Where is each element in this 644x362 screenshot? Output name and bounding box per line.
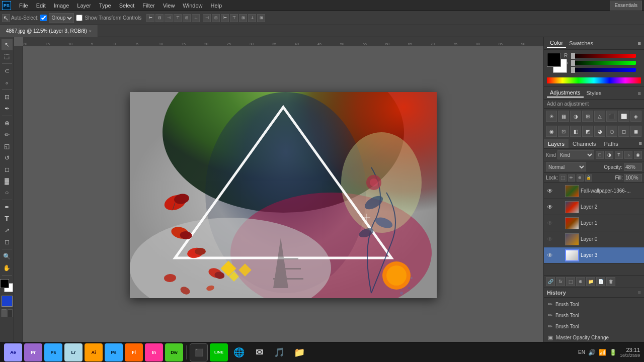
standard-mode-btn[interactable] xyxy=(2,309,7,317)
path-select-btn[interactable]: ↗ xyxy=(2,225,13,236)
show-transform-checkbox[interactable] xyxy=(76,15,83,21)
history-item-0[interactable]: ✏ Brush Tool xyxy=(544,299,644,310)
dist-h-icon[interactable]: ⊣ xyxy=(203,14,211,22)
lock-transparent-btn[interactable]: ⬚ xyxy=(559,174,567,182)
auto-select-checkbox[interactable] xyxy=(40,15,47,21)
colorbalance-adj-icon[interactable]: ⬜ xyxy=(618,111,629,122)
posterize-icon[interactable]: ◕ xyxy=(594,126,605,137)
align-left-icon[interactable]: ⊢ xyxy=(146,14,154,22)
vibrance-adj-icon[interactable]: △ xyxy=(594,111,605,122)
layer-kind-select[interactable]: Kind xyxy=(557,150,594,159)
taskbar-ps[interactable]: Ps xyxy=(44,343,62,361)
active-tab[interactable]: 4867.jpg @ 12.5% (Layer 3, RGB/8) × xyxy=(0,25,98,37)
type-btn[interactable]: T xyxy=(2,213,13,224)
filter-type-btn[interactable]: T xyxy=(615,151,623,159)
quick-mask-btn[interactable] xyxy=(2,296,13,307)
curves-adj-icon[interactable]: ◑ xyxy=(570,111,581,122)
color-lookup-icon[interactable]: ◧ xyxy=(570,126,581,137)
foreground-swatch[interactable] xyxy=(547,53,561,67)
align-bottom-icon[interactable]: ⊥ xyxy=(192,14,200,22)
crop-tool-btn[interactable]: ⊡ xyxy=(2,92,13,103)
align-middle-v-icon[interactable]: ⊞ xyxy=(183,14,191,22)
layers-panel-menu[interactable]: ≡ xyxy=(637,139,644,148)
layer-item-3[interactable]: 👁 Layer 3 xyxy=(544,247,644,263)
taskbar-black-box[interactable]: ⬛ xyxy=(190,343,208,361)
align-right-icon[interactable]: ⊣ xyxy=(165,14,173,22)
taskbar-ai[interactable]: Ai xyxy=(85,343,103,361)
history-brush-btn[interactable]: ↺ xyxy=(2,152,13,163)
fill-input[interactable] xyxy=(624,174,642,182)
menu-filter[interactable]: Filter xyxy=(138,2,158,10)
tab-channels[interactable]: Channels xyxy=(569,139,600,148)
layer-link-btn[interactable]: 🔗 xyxy=(546,277,555,286)
gradient-map-icon[interactable]: ◻ xyxy=(618,126,629,137)
menu-type[interactable]: Type xyxy=(95,2,115,10)
history-item-1[interactable]: ✏ Brush Tool xyxy=(544,310,644,321)
taskbar-music[interactable]: 🎵 xyxy=(270,343,288,361)
taskbar-chrome[interactable]: 🌐 xyxy=(230,343,248,361)
tab-paths[interactable]: Paths xyxy=(600,139,622,148)
r-slider[interactable] xyxy=(571,54,636,58)
bw-adj-icon[interactable]: ◈ xyxy=(630,111,641,122)
invert-icon[interactable]: ◩ xyxy=(582,126,593,137)
layer-new-btn[interactable]: 📄 xyxy=(596,277,605,286)
photoshop-canvas[interactable] xyxy=(130,92,437,298)
filter-shape-btn[interactable]: ⬦ xyxy=(624,151,632,159)
layer-item-0[interactable]: 👁 Layer 0 xyxy=(544,231,644,247)
tab-close-button[interactable]: × xyxy=(89,29,92,34)
menu-file[interactable]: File xyxy=(15,2,32,10)
lock-all-btn[interactable]: 🔒 xyxy=(585,174,592,182)
blend-mode-select[interactable]: Normal Multiply Screen xyxy=(546,162,586,171)
layer-adj-btn[interactable]: ⊕ xyxy=(576,277,585,286)
color-picker[interactable] xyxy=(0,279,14,293)
layer-item-fall[interactable]: 👁 Fall-wallpaper-1366-... xyxy=(544,183,644,199)
shape-btn[interactable]: ◻ xyxy=(2,236,13,247)
more-icon[interactable]: ⊞ xyxy=(257,14,265,22)
menu-help[interactable]: Help xyxy=(206,2,226,10)
taskbar-in[interactable]: In xyxy=(145,343,163,361)
taskbar-ae[interactable]: Ae xyxy=(4,343,22,361)
taskbar-dw[interactable]: Dw xyxy=(165,343,183,361)
eraser-btn[interactable]: ◻ xyxy=(2,164,13,175)
zoom-btn[interactable]: 🔍 xyxy=(2,251,13,262)
b-slider[interactable] xyxy=(571,68,636,72)
clone-stamp-btn[interactable]: ◱ xyxy=(2,141,13,152)
opacity-input[interactable] xyxy=(624,163,642,171)
tab-color[interactable]: Color xyxy=(547,39,566,48)
pen-btn[interactable]: ✒ xyxy=(2,202,13,213)
g-slider[interactable] xyxy=(571,61,636,65)
dist-center-h-icon[interactable]: ⊟ xyxy=(212,14,220,22)
taskbar-mail[interactable]: ✉ xyxy=(250,343,268,361)
layer-vis-0[interactable]: 👁 xyxy=(546,235,554,243)
quick-select-btn[interactable]: ⬦ xyxy=(2,77,13,88)
canvas-container[interactable] xyxy=(23,46,543,344)
brightness-adj-icon[interactable]: ☀ xyxy=(546,111,557,122)
tab-layers[interactable]: Layers xyxy=(544,139,569,148)
eyedropper-btn[interactable]: ✒ xyxy=(2,103,13,114)
taskbar-ps2[interactable]: Ps xyxy=(105,343,123,361)
history-item-3[interactable]: ▣ Master Opacity Change xyxy=(544,332,644,343)
dodge-btn[interactable]: ○ xyxy=(2,187,13,198)
dist-right-icon[interactable]: ⊢ xyxy=(221,14,229,22)
taskbar-pr[interactable]: Pr xyxy=(24,343,42,361)
layer-vis-1[interactable]: 👁 xyxy=(546,219,554,227)
layer-mask-btn[interactable]: ⬚ xyxy=(566,277,575,286)
color-spectrum-bar[interactable] xyxy=(547,77,641,83)
hsl-adj-icon[interactable]: ⬛ xyxy=(606,111,617,122)
layer-fx-btn[interactable]: fx xyxy=(556,277,565,286)
align-top-icon[interactable]: ⊤ xyxy=(174,14,182,22)
gradient-btn[interactable]: ▓ xyxy=(2,175,13,187)
levels-adj-icon[interactable]: ▦ xyxy=(558,111,569,122)
photo-filter-icon[interactable]: ◉ xyxy=(546,126,557,137)
history-item-2[interactable]: ✏ Brush Tool xyxy=(544,321,644,332)
dist-bottom-icon[interactable]: ⊥ xyxy=(248,14,256,22)
exposure-adj-icon[interactable]: ⊞ xyxy=(582,111,593,122)
filter-pixel-btn[interactable]: □ xyxy=(596,151,604,159)
brush-btn[interactable]: ✏ xyxy=(2,129,13,140)
taskbar-lr[interactable]: Lr xyxy=(64,343,83,361)
dist-center-v-icon[interactable]: ⊞ xyxy=(239,14,247,22)
taskbar-folder[interactable]: 📁 xyxy=(290,343,308,361)
fg-bg-color-box[interactable] xyxy=(547,53,561,75)
tab-swatches[interactable]: Swatches xyxy=(566,39,596,47)
layer-vis-3[interactable]: 👁 xyxy=(546,251,554,259)
